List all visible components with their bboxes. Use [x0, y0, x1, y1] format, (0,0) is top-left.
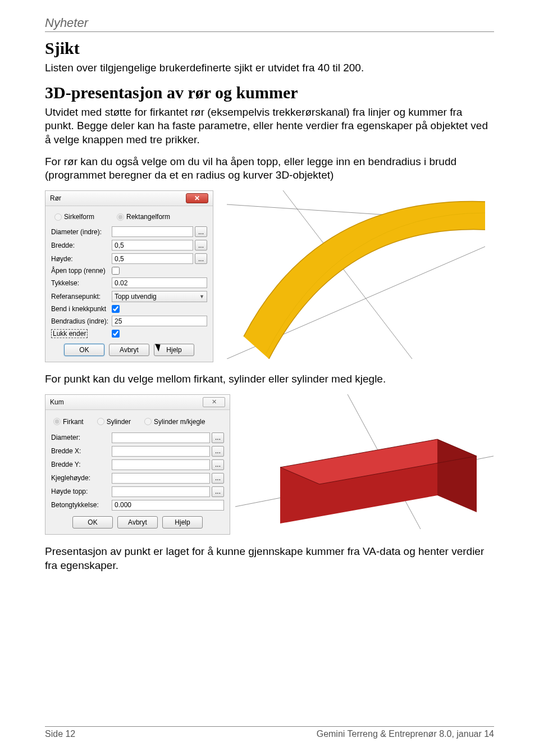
label-kum-diameter: Diameter:	[51, 434, 112, 441]
ror-dialog: Rør ✕ Sirkelform Rektangelform Diameter …	[45, 190, 213, 362]
hjelp-button[interactable]: Hjelp	[162, 516, 203, 529]
input-bredde[interactable]: 0,5	[112, 240, 193, 251]
radio-sylinder-label: Sylinder	[107, 418, 131, 426]
dots-button[interactable]: ...	[212, 486, 224, 497]
svg-marker-7	[437, 439, 477, 512]
input-kum-diameter[interactable]	[112, 432, 210, 443]
label-betong: Betongtykkelse:	[51, 501, 112, 509]
input-breddey[interactable]	[112, 459, 210, 470]
figure-kum: Kum ✕ Firkant Sylinder Sylinder m/kjegle…	[45, 394, 494, 535]
section-3d-para4: Presentasjon av punkt er laget for å kun…	[45, 545, 494, 572]
label-lukk-ender: Lukk ender	[51, 329, 88, 338]
kum-dialog-title: Kum	[50, 398, 64, 406]
section-3d-para2: For rør kan du også velge om du vil ha å…	[45, 155, 494, 183]
label-breddey: Bredde Y:	[51, 461, 112, 468]
section-3d-para1: Utvidet med støtte for firkantet rør (ek…	[45, 106, 494, 147]
label-bendradius: Bendradius (indre):	[51, 317, 112, 325]
label-kjegle: Kjeglehøyde:	[51, 474, 112, 482]
label-breddex: Bredde X:	[51, 447, 112, 455]
input-hoydetopp[interactable]	[112, 486, 210, 497]
close-icon[interactable]: ✕	[203, 397, 225, 407]
label-bredde: Bredde:	[51, 242, 112, 249]
footer-product: Gemini Terreng & Entreprenør 8.0, januar…	[317, 729, 494, 739]
radio-sylinder-kjegle-label: Sylinder m/kjegle	[154, 418, 205, 426]
label-referansepunkt: Referansepunkt:	[51, 293, 112, 300]
section-3d-para3: For punkt kan du velge mellom firkant, s…	[45, 372, 494, 386]
kum-dialog: Kum ✕ Firkant Sylinder Sylinder m/kjegle…	[45, 394, 230, 535]
chevron-down-icon: ▼	[199, 294, 204, 299]
page-header: Nyheter	[45, 16, 494, 32]
dots-button[interactable]: ...	[195, 240, 207, 251]
radio-firkant[interactable]: Firkant	[53, 418, 84, 426]
radio-sylinder[interactable]: Sylinder	[97, 418, 131, 426]
dots-button[interactable]: ...	[195, 253, 207, 264]
input-kjegle[interactable]	[112, 473, 210, 484]
dots-button[interactable]: ...	[212, 473, 224, 484]
dots-button[interactable]: ...	[212, 459, 224, 470]
ror-dialog-title: Rør	[50, 194, 61, 202]
input-breddex[interactable]	[112, 446, 210, 457]
figure-ror: Rør ✕ Sirkelform Rektangelform Diameter …	[45, 190, 494, 362]
label-tykkelse: Tykkelse:	[51, 279, 112, 287]
input-hoyde[interactable]: 0,5	[112, 253, 193, 264]
dots-button[interactable]: ...	[212, 446, 224, 457]
label-apen-topp: Åpen topp (renne)	[51, 267, 112, 275]
ok-button[interactable]: OK	[64, 344, 104, 356]
checkbox-lukk-ender[interactable]	[112, 330, 120, 338]
select-referansepunkt[interactable]: Topp utvendig ▼	[112, 291, 207, 302]
section-sjikt-text: Listen over tilgjengelige brukerdefinert…	[45, 61, 494, 75]
label-bend: Bend i knekkpunkt	[51, 305, 112, 313]
radio-rektangelform-label: Rektangelform	[126, 213, 170, 221]
close-icon[interactable]: ✕	[186, 193, 208, 203]
radio-sylinder-kjegle[interactable]: Sylinder m/kjegle	[144, 418, 205, 426]
dots-button[interactable]: ...	[195, 226, 207, 237]
kum-3d-render	[235, 394, 494, 529]
section-sjikt-title: Sjikt	[45, 39, 494, 58]
ror-3d-render	[218, 190, 494, 359]
checkbox-bend[interactable]	[112, 305, 120, 313]
dots-button[interactable]: ...	[212, 432, 224, 443]
input-bendradius[interactable]: 25	[112, 316, 207, 326]
footer-page: Side 12	[45, 729, 75, 739]
radio-sirkelform[interactable]: Sirkelform	[54, 213, 94, 221]
input-diameter[interactable]	[112, 226, 193, 237]
label-hoydetopp: Høyde topp:	[51, 488, 112, 495]
input-betong[interactable]: 0.000	[112, 500, 224, 511]
radio-firkant-label: Firkant	[63, 418, 84, 426]
select-referansepunkt-value: Topp utvendig	[115, 293, 157, 300]
label-diameter: Diameter (indre):	[51, 228, 112, 236]
input-tykkelse[interactable]: 0.02	[112, 277, 207, 288]
ok-button[interactable]: OK	[72, 516, 113, 529]
label-hoyde: Høyde:	[51, 255, 112, 263]
section-3d-title: 3D-presentasjon av rør og kummer	[45, 83, 494, 102]
hjelp-button[interactable]: Hjelp	[154, 344, 194, 356]
radio-sirkelform-label: Sirkelform	[64, 213, 94, 221]
avbryt-button[interactable]: Avbryt	[117, 516, 158, 529]
checkbox-apen-topp[interactable]	[112, 267, 120, 275]
page-footer: Side 12 Gemini Terreng & Entreprenør 8.0…	[45, 726, 494, 739]
avbryt-button[interactable]: Avbryt	[109, 344, 149, 356]
radio-rektangelform[interactable]: Rektangelform	[117, 213, 170, 221]
